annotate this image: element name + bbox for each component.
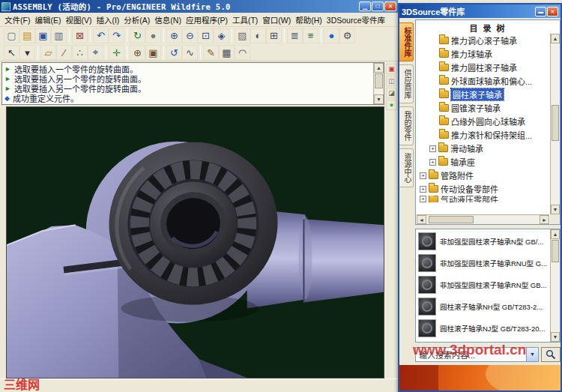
- tree-expand-icon[interactable]: +: [420, 172, 426, 179]
- 3d-viewport[interactable]: [6, 106, 384, 379]
- scroll-up-icon[interactable]: ▲: [551, 34, 560, 43]
- repaint-button[interactable]: ▨: [235, 28, 250, 43]
- library-tab[interactable]: 标准件库: [399, 22, 414, 61]
- spin-center-button[interactable]: ✛: [109, 45, 124, 60]
- regenerate-model-button[interactable]: ↺: [166, 45, 182, 60]
- tree-item[interactable]: +气动液压零部件: [417, 196, 549, 202]
- tree-vertical-scrollbar[interactable]: ▲ ▼: [550, 34, 560, 214]
- scroll-thumb[interactable]: [375, 73, 383, 88]
- tree-item[interactable]: 外球面球轴承和偏心...: [417, 74, 549, 88]
- part-list-item[interactable]: 非加强型圆柱滚子轴承RN型 GB...: [417, 274, 549, 295]
- part-list-item[interactable]: 非加强型圆柱滚子轴承RNU型 G...: [417, 252, 549, 274]
- scroll-up-icon[interactable]: ▲: [374, 63, 384, 73]
- select-arrow-button[interactable]: ↖: [4, 45, 19, 60]
- zoom-out-button[interactable]: ⊖: [182, 28, 198, 43]
- tree-item[interactable]: +管路附件: [417, 169, 549, 182]
- tree-item[interactable]: 圆柱滚子轴承: [417, 88, 549, 101]
- settings-button[interactable]: ⚙: [339, 28, 355, 43]
- part-list-item[interactable]: 非加强型圆柱滚子轴承N型 GB/...: [417, 230, 549, 252]
- reorient-button[interactable]: ◈: [214, 28, 229, 43]
- menu-item[interactable]: 插入(I): [94, 13, 121, 27]
- scroll-up-icon[interactable]: ▲: [551, 229, 560, 239]
- undo-button[interactable]: ↶: [93, 28, 109, 43]
- layers-button[interactable]: ≣: [287, 28, 303, 43]
- tree-expand-icon[interactable]: +: [420, 196, 426, 202]
- minimize-button[interactable]: ▁: [359, 1, 371, 11]
- menu-item[interactable]: 应用程序(P): [184, 13, 230, 27]
- redo-button[interactable]: ↷: [109, 28, 124, 43]
- tree-item[interactable]: +滑动轴承: [417, 142, 549, 155]
- display-toggle-button[interactable]: ◪: [386, 88, 397, 98]
- render-mode-button[interactable]: ●: [324, 28, 339, 43]
- extrude-tool-button[interactable]: ▦: [219, 45, 235, 60]
- scroll-right-icon[interactable]: ►: [540, 215, 549, 224]
- search-button[interactable]: [541, 347, 561, 362]
- scroll-down-icon[interactable]: ▼: [551, 332, 560, 342]
- scroll-down-icon[interactable]: ▼: [551, 205, 560, 214]
- tree-item[interactable]: 推力圆柱滚子轴承: [417, 61, 549, 74]
- library-tab[interactable]: 我的零件: [399, 106, 414, 145]
- assemble-component-button[interactable]: ⊕: [130, 45, 145, 60]
- appearance-ball-button[interactable]: ●: [145, 28, 161, 43]
- minimize-button[interactable]: ▬: [535, 7, 546, 16]
- sketch-tool-button[interactable]: ✎: [203, 45, 219, 60]
- scroll-thumb[interactable]: [429, 216, 474, 223]
- menu-item[interactable]: 信息(N): [152, 13, 184, 27]
- datum-axes-button[interactable]: ∕: [56, 45, 72, 60]
- menu-item[interactable]: 分析(A): [121, 13, 152, 27]
- tree-item[interactable]: 推力球轴承: [417, 47, 549, 61]
- new-file-button[interactable]: ▢: [4, 28, 19, 43]
- part-list-item[interactable]: 圆柱滚子轴承NH型 GB/T283-2...: [417, 295, 549, 317]
- datum-points-button[interactable]: ∴: [72, 45, 88, 60]
- tree-expand-icon[interactable]: +: [429, 145, 436, 152]
- stop-sign-button[interactable]: ▣: [386, 64, 397, 74]
- close-button[interactable]: ✕: [384, 1, 396, 11]
- scroll-down-icon[interactable]: ▼: [374, 94, 384, 104]
- tree-item[interactable]: 推力滚针和保持架组...: [417, 128, 549, 142]
- tree-expand-icon[interactable]: +: [429, 159, 436, 166]
- resume-light-button[interactable]: ●: [386, 100, 397, 110]
- menu-item[interactable]: 视图(V): [63, 13, 94, 27]
- print-button[interactable]: ▥: [51, 28, 67, 43]
- library-tab[interactable]: 供应商库: [399, 64, 414, 103]
- tree-item[interactable]: 圆锥滚子轴承: [417, 101, 549, 115]
- save-button[interactable]: ▣: [35, 28, 51, 43]
- tree-item[interactable]: +轴承座: [417, 155, 549, 169]
- tree-item[interactable]: 推力调心滚子轴承: [417, 34, 549, 47]
- menu-item[interactable]: 窗口(W): [260, 13, 293, 27]
- analysis-measure-button[interactable]: ∿: [182, 45, 198, 60]
- message-scrollbar[interactable]: ▲ ▼: [373, 63, 384, 104]
- results-scrollbar[interactable]: ▲ ▼: [550, 229, 560, 342]
- combo-dropdown-icon[interactable]: ▼: [526, 348, 538, 361]
- scroll-thumb[interactable]: [552, 105, 559, 141]
- create-component-button[interactable]: ▣: [145, 45, 161, 60]
- open-file-button[interactable]: ▤: [19, 28, 35, 43]
- datum-planes-button[interactable]: ▱: [40, 45, 56, 60]
- menu-item[interactable]: 工具(T): [230, 13, 260, 27]
- erase-not-displayed-button[interactable]: ⊠: [72, 28, 88, 43]
- menu-item[interactable]: 帮助(H): [293, 13, 324, 27]
- menu-item[interactable]: 文件(F): [2, 13, 32, 27]
- tree-expand-icon[interactable]: +: [420, 186, 426, 193]
- ad-banner[interactable]: [399, 365, 561, 391]
- scroll-left-icon[interactable]: ◄: [417, 215, 426, 224]
- menu-item[interactable]: 3DSource零件库: [324, 13, 387, 27]
- scroll-thumb[interactable]: [552, 240, 559, 262]
- search-input[interactable]: 输入搜索内容... ▼: [415, 347, 539, 362]
- csys-display-button[interactable]: ⌖: [88, 45, 103, 60]
- model-tree-button[interactable]: ≡: [303, 28, 318, 43]
- close-button[interactable]: ✕: [547, 7, 558, 16]
- part-list-item[interactable]: 圆柱滚子轴承NJ型 GB/T283-20...: [417, 317, 549, 339]
- tree-horizontal-scrollbar[interactable]: ◄ ►: [417, 214, 549, 224]
- maximize-button[interactable]: □: [372, 1, 384, 11]
- clip-toggle-button[interactable]: ◫: [386, 76, 397, 86]
- regenerate-button[interactable]: ↻: [130, 28, 145, 43]
- display-style-button[interactable]: ◐: [250, 28, 266, 43]
- library-tab[interactable]: 资源中心: [399, 148, 414, 187]
- selection-filter-button[interactable]: ▾: [19, 45, 35, 60]
- tree-item[interactable]: 凸缘外圆向心球轴承: [417, 115, 549, 128]
- tree-item[interactable]: +传动设备零部件: [417, 182, 549, 196]
- refit-button[interactable]: ⊡: [198, 28, 214, 43]
- menu-item[interactable]: 编辑(E): [32, 13, 63, 27]
- view-manager-button[interactable]: ⊞: [266, 28, 282, 43]
